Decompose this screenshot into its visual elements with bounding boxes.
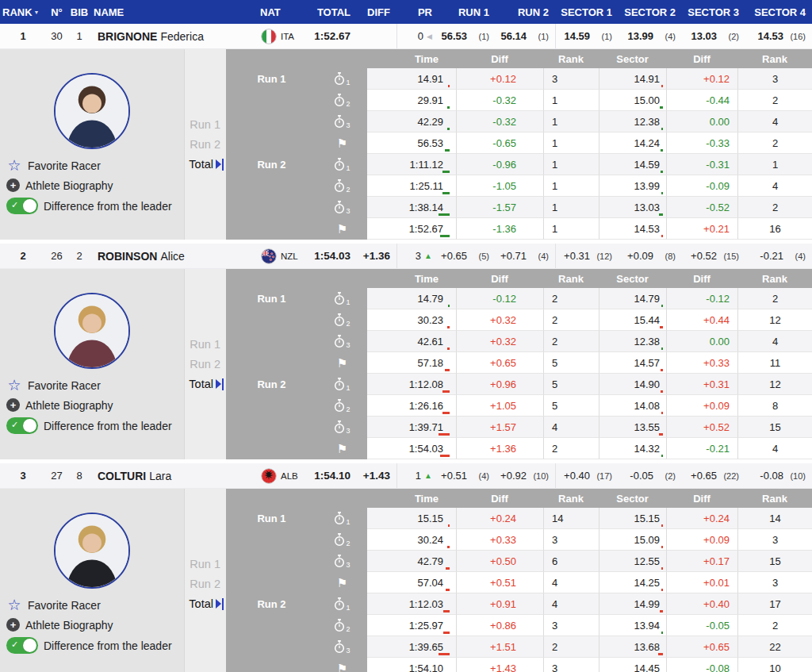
splits-header-time: Time — [367, 269, 456, 288]
athlete-biography-label: Athlete Biography — [25, 399, 113, 412]
split-diff-cell: -1.05 — [456, 175, 543, 197]
col-header-bib[interactable]: BIB — [67, 6, 91, 18]
checkpoint-icon-cell: 3 — [317, 331, 367, 352]
sector-diff-cell: +0.09 — [666, 395, 737, 417]
checkpoint-icon-cell: 1 — [317, 68, 367, 90]
split-time-cell: 1:54.03 — [367, 438, 456, 459]
checkpoint-icon-cell: 2 — [317, 90, 367, 111]
bib-cell: 1 — [67, 24, 91, 48]
selector-run1[interactable]: Run 1 — [190, 118, 224, 131]
split-time-cell: 1:52.67 — [367, 218, 456, 240]
athlete-biography-button[interactable]: +Athlete Biography — [6, 398, 172, 412]
start-number-cell: 26 — [46, 244, 67, 268]
splits-header-rank: Rank — [543, 489, 599, 508]
toggle-knob — [23, 639, 36, 652]
total-marker-icon — [216, 598, 224, 610]
pace-tick — [659, 213, 663, 216]
checkpoint-icon-cell: 2 — [317, 309, 367, 331]
sector-diff-cell: 0.00 — [666, 111, 737, 132]
pace-tick — [661, 128, 663, 130]
selector-total[interactable]: Total — [189, 158, 224, 171]
col-header-total[interactable]: TOTAL — [309, 6, 357, 18]
star-icon: ☆ — [6, 598, 22, 612]
live-timing-results-app: RANK▼N°BIBNAMENATTOTALDIFFPRRUN 1RUN 2SE… — [0, 0, 812, 672]
view-selector: Run 1 Run 2 Total — [184, 49, 226, 240]
athlete-biography-button[interactable]: +Athlete Biography — [6, 618, 172, 632]
pace-tick — [661, 632, 663, 634]
checkpoint-number: 2 — [346, 100, 350, 108]
stopwatch-icon — [334, 335, 345, 348]
split-diff-cell: +0.96 — [456, 374, 543, 395]
col-header-sector1[interactable]: SECTOR 1 — [555, 6, 619, 18]
nation-cell: ITA — [258, 24, 309, 48]
difference-toggle-row[interactable]: ✓Difference from the leader — [6, 637, 172, 654]
selector-run1[interactable]: Run 1 — [190, 338, 224, 351]
pace-tick — [447, 128, 450, 130]
selector-total[interactable]: Total — [189, 597, 224, 610]
favorite-racer-button[interactable]: ☆Favorite Racer — [6, 598, 172, 612]
split-diff-cell: +1.57 — [456, 417, 543, 438]
selector-run2[interactable]: Run 2 — [190, 138, 224, 151]
col-header-rank[interactable]: RANK▼ — [0, 6, 46, 18]
difference-toggle-row[interactable]: ✓Difference from the leader — [6, 198, 172, 214]
difference-toggle-switch[interactable]: ✓ — [6, 198, 38, 214]
run2-cell: 56.14(1) — [496, 24, 555, 48]
selector-run2[interactable]: Run 2 — [190, 358, 224, 371]
sector-diff-cell: +0.44 — [666, 309, 737, 331]
racer-summary-row[interactable]: 1 30 1 BRIGNONEFederica ITA 1:52.67 0◀ 5… — [0, 24, 812, 49]
selector-run1[interactable]: Run 1 — [190, 558, 224, 570]
run-label-cell — [226, 111, 317, 132]
splits-header-time: Time — [367, 49, 456, 68]
favorite-racer-button[interactable]: ☆Favorite Racer — [6, 378, 172, 393]
racer-info-panel: ☆Favorite Racer +Athlete Biography ✓Diff… — [0, 489, 184, 672]
pace-tick — [439, 653, 450, 655]
checkpoint-icon-cell: ⚑ — [317, 132, 367, 154]
sector-rank-cell: 3 — [737, 529, 812, 551]
difference-toggle-label: Difference from the leader — [44, 639, 172, 652]
col-header-diff[interactable]: DIFF — [357, 6, 396, 18]
checkpoint-icon-cell: ⚑ — [317, 658, 367, 672]
racer-summary-row[interactable]: 2 26 2 ROBINSONAlice NZL 1:54.03 +1.36 3… — [0, 244, 812, 269]
pace-tick — [445, 369, 450, 371]
checkpoint-icon-cell: 1 — [317, 374, 367, 395]
pace-tick — [448, 85, 450, 87]
col-header-nat[interactable]: NAT — [258, 6, 309, 18]
splits-header-rank: Rank — [737, 269, 812, 288]
start-number-cell: 30 — [46, 24, 67, 48]
racer-detail-panel: ☆Favorite Racer +Athlete Biography ✓Diff… — [0, 489, 812, 672]
col-header-sector3[interactable]: SECTOR 3 — [682, 6, 745, 18]
selector-run2[interactable]: Run 2 — [190, 578, 224, 590]
difference-toggle-switch[interactable]: ✓ — [6, 417, 38, 434]
favorite-racer-button[interactable]: ☆Favorite Racer — [6, 159, 172, 173]
favorite-racer-label: Favorite Racer — [28, 599, 101, 612]
col-header-label: SECTOR 2 — [624, 6, 676, 18]
checkpoint-icon-cell: ⚑ — [317, 572, 367, 593]
finish-flag-icon: ⚑ — [337, 222, 347, 236]
sector-rank-cell: 17 — [737, 593, 812, 615]
col-header-name[interactable]: NAME — [91, 6, 258, 18]
sector-diff-cell: -0.33 — [666, 132, 737, 154]
difference-toggle-row[interactable]: ✓Difference from the leader — [6, 417, 172, 434]
col-header-run1[interactable]: RUN 1 — [439, 6, 496, 18]
col-header-number[interactable]: N° — [46, 6, 67, 18]
sector-time-cell: 12.55 — [599, 551, 666, 572]
col-header-sector2[interactable]: SECTOR 2 — [619, 6, 682, 18]
split-time-cell: 1:12.03 — [367, 593, 456, 615]
plus-icon: + — [6, 618, 20, 632]
racer-summary-row[interactable]: 3 27 8 COLTURILara ALB 1:54.10 +1.43 1▲ … — [0, 463, 812, 489]
sector-diff-cell: -0.52 — [666, 197, 737, 218]
col-header-sector4[interactable]: SECTOR 4 — [745, 6, 812, 18]
split-rank-cell: 3 — [543, 658, 599, 672]
athlete-biography-button[interactable]: +Athlete Biography — [6, 179, 172, 192]
sector-diff-cell: +0.12 — [666, 68, 737, 90]
split-rank-cell: 1 — [543, 218, 599, 240]
run-label-cell: Run 1 — [226, 508, 317, 529]
run-label-cell — [226, 615, 317, 636]
sector-time-cell: 14.25 — [599, 572, 666, 593]
col-header-run2[interactable]: RUN 2 — [496, 6, 555, 18]
racer-info-panel: ☆Favorite Racer +Athlete Biography ✓Diff… — [0, 269, 184, 459]
run1-cell: +0.51(4) — [439, 463, 496, 488]
col-header-pr[interactable]: PR — [396, 6, 439, 18]
difference-toggle-switch[interactable]: ✓ — [6, 637, 38, 654]
selector-total[interactable]: Total — [189, 378, 224, 390]
